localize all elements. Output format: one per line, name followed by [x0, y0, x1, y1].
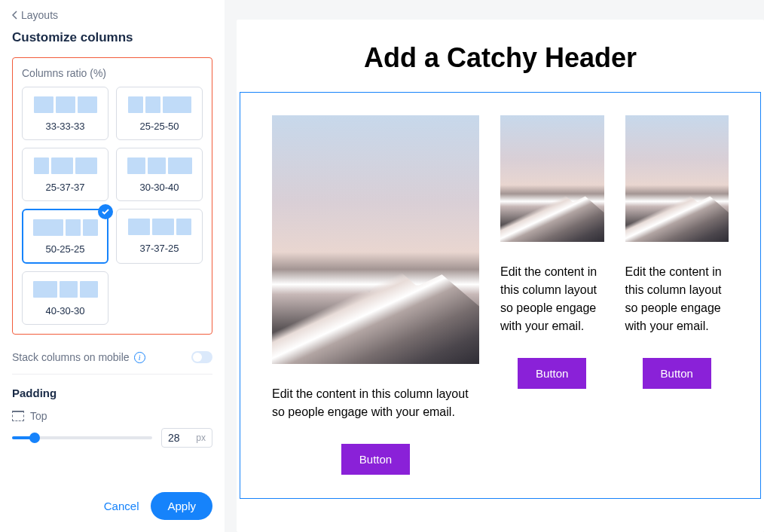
preview-header[interactable]: Add a Catchy Header: [237, 42, 764, 74]
sidebar: Layouts Customize columns Columns ratio …: [0, 0, 225, 532]
padding-value-input[interactable]: 28 px: [161, 428, 212, 448]
columns-layout[interactable]: Edit the content in this column layout s…: [240, 92, 761, 499]
canvas: Add a Catchy Header Edit the content in …: [225, 0, 764, 532]
preview-column-3[interactable]: Edit the content in this column layout s…: [625, 115, 729, 475]
ratio-option-33-33-33[interactable]: 33-33-33: [22, 87, 108, 140]
ratio-option-25-25-50[interactable]: 25-25-50: [116, 87, 203, 140]
ratio-option-label: 33-33-33: [29, 121, 102, 132]
ratio-option-label: 30-30-40: [123, 182, 196, 193]
stack-columns-toggle[interactable]: [191, 351, 212, 363]
columns-ratio-section: Columns ratio (%) 33-33-3325-25-5025-37-…: [12, 57, 212, 335]
preview-button-3[interactable]: Button: [643, 358, 711, 389]
preview-image-1[interactable]: [272, 115, 479, 364]
chevron-left-icon: [12, 11, 18, 20]
ratio-option-37-37-25[interactable]: 37-37-25: [116, 209, 203, 264]
preview-image-3[interactable]: [625, 115, 729, 242]
sidebar-title: Customize columns: [12, 30, 212, 45]
preview-text-1[interactable]: Edit the content in this column layout s…: [272, 385, 479, 421]
footer-buttons: Cancel Apply: [12, 480, 212, 520]
stack-columns-label: Stack columns on mobile: [12, 351, 130, 363]
padding-slider[interactable]: [12, 436, 152, 439]
padding-top-icon: [12, 411, 24, 421]
ratio-option-label: 25-25-50: [123, 121, 196, 132]
padding-section: Padding Top 28 px: [12, 387, 212, 448]
check-icon: [98, 204, 113, 219]
preview-column-1[interactable]: Edit the content in this column layout s…: [272, 115, 479, 475]
padding-unit: px: [196, 433, 206, 443]
ratio-option-40-30-30[interactable]: 40-30-30: [22, 271, 108, 325]
columns-ratio-grid: 33-33-3325-25-5025-37-3730-30-4050-25-25…: [22, 87, 203, 325]
ratio-option-50-25-25[interactable]: 50-25-25: [22, 209, 108, 264]
ratio-option-30-30-40[interactable]: 30-30-40: [116, 148, 203, 201]
ratio-option-label: 37-37-25: [123, 243, 196, 254]
padding-title: Padding: [12, 387, 212, 399]
preview-button-1[interactable]: Button: [341, 444, 410, 475]
preview-text-2[interactable]: Edit the content in this column layout s…: [500, 263, 604, 335]
cancel-button[interactable]: Cancel: [104, 500, 139, 512]
canvas-inner: Add a Catchy Header Edit the content in …: [237, 20, 764, 532]
preview-button-2[interactable]: Button: [518, 358, 586, 389]
columns-ratio-label: Columns ratio (%): [22, 67, 203, 79]
stack-columns-row: Stack columns on mobile i: [12, 341, 212, 375]
padding-value: 28: [168, 432, 196, 444]
ratio-option-label: 25-37-37: [29, 182, 102, 193]
ratio-option-label: 50-25-25: [29, 243, 101, 255]
info-icon[interactable]: i: [134, 352, 145, 363]
padding-side-label: Top: [30, 410, 47, 422]
ratio-option-25-37-37[interactable]: 25-37-37: [22, 148, 108, 201]
apply-button[interactable]: Apply: [151, 492, 212, 520]
back-label: Layouts: [21, 9, 58, 21]
preview-image-2[interactable]: [500, 115, 604, 242]
padding-side-control: Top: [12, 410, 212, 422]
padding-slider-row: 28 px: [12, 428, 212, 448]
ratio-option-label: 40-30-30: [29, 305, 102, 316]
back-to-layouts[interactable]: Layouts: [12, 6, 212, 24]
preview-text-3[interactable]: Edit the content in this column layout s…: [625, 263, 729, 335]
preview-column-2[interactable]: Edit the content in this column layout s…: [500, 115, 604, 475]
